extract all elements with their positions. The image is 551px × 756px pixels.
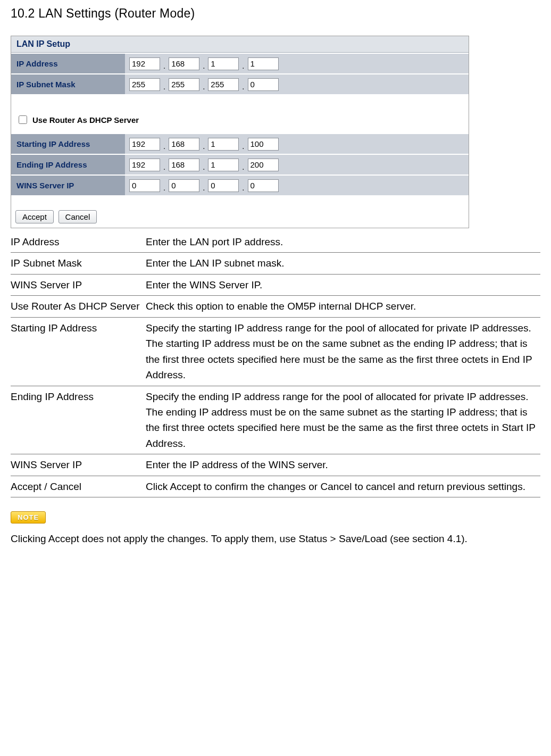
desc-text: Specify the ending IP address range for … <box>146 386 540 454</box>
label-subnet-mask: IP Subnet Mask <box>11 74 125 94</box>
dot-icon: . <box>163 142 165 151</box>
subnet-mask-octet-1[interactable] <box>129 78 160 91</box>
description-table: IP Address Enter the LAN port IP address… <box>11 231 540 497</box>
dot-icon: . <box>163 162 165 171</box>
dot-icon: . <box>242 142 244 151</box>
dot-icon: . <box>163 183 165 192</box>
desc-text: Check this option to enable the OM5P int… <box>146 296 540 317</box>
note-badge: NOTE <box>11 511 46 524</box>
fields-ip-address: . . . <box>125 54 469 73</box>
dot-icon: . <box>242 183 244 192</box>
wins-ip-octet-1[interactable] <box>129 179 160 192</box>
cancel-button[interactable]: Cancel <box>59 210 97 223</box>
table-row: Starting IP Address Specify the starting… <box>11 317 540 386</box>
dot-icon: . <box>163 61 165 70</box>
desc-text: Enter the IP address of the WINS server. <box>146 454 540 476</box>
row-starting-ip: Starting IP Address . . . <box>11 133 469 154</box>
desc-term: WINS Server IP <box>11 274 146 295</box>
dot-icon: . <box>242 162 244 171</box>
ip-address-octet-4[interactable] <box>248 57 279 70</box>
dot-icon: . <box>242 61 244 70</box>
ip-address-octet-1[interactable] <box>129 57 160 70</box>
table-row: IP Address Enter the LAN port IP address… <box>11 231 540 253</box>
label-ending-ip: Ending IP Address <box>11 155 125 175</box>
row-ending-ip: Ending IP Address . . . <box>11 154 469 175</box>
label-starting-ip: Starting IP Address <box>11 134 125 154</box>
ending-ip-octet-2[interactable] <box>169 159 199 171</box>
ending-ip-octet-4[interactable] <box>248 159 279 171</box>
fields-subnet-mask: . . . <box>125 74 469 94</box>
desc-text: Specify the starting IP address range fo… <box>146 317 540 386</box>
desc-text: Enter the WINS Server IP. <box>146 274 540 295</box>
fields-wins-ip: . . . <box>125 176 469 195</box>
table-row: Use Router As DHCP Server Check this opt… <box>11 296 540 317</box>
desc-term: Starting IP Address <box>11 317 146 386</box>
section-header-lan-ip: LAN IP Setup <box>11 36 469 53</box>
desc-term: WINS Server IP <box>11 454 146 476</box>
starting-ip-octet-4[interactable] <box>248 138 279 151</box>
desc-text: Enter the LAN port IP address. <box>146 231 540 253</box>
subnet-mask-octet-4[interactable] <box>248 78 279 91</box>
dot-icon: . <box>203 162 205 171</box>
fields-ending-ip: . . . <box>125 155 469 175</box>
ending-ip-octet-1[interactable] <box>129 159 160 171</box>
subnet-mask-octet-3[interactable] <box>208 78 239 91</box>
dot-icon: . <box>203 142 205 151</box>
desc-term: Accept / Cancel <box>11 476 146 497</box>
label-ip-address: IP Address <box>11 54 125 73</box>
desc-text: Enter the LAN IP subnet mask. <box>146 253 540 274</box>
desc-text: Click Accept to confirm the changes or C… <box>146 476 540 497</box>
desc-term: IP Subnet Mask <box>11 253 146 274</box>
fields-starting-ip: . . . <box>125 134 469 154</box>
starting-ip-octet-3[interactable] <box>208 138 239 151</box>
button-row: Accept Cancel <box>11 195 469 228</box>
dhcp-block: Use Router As DHCP Server <box>11 94 469 133</box>
dot-icon: . <box>203 183 205 192</box>
table-row: Ending IP Address Specify the ending IP … <box>11 386 540 454</box>
row-ip-address: IP Address . . . <box>11 53 469 73</box>
starting-ip-octet-1[interactable] <box>129 138 160 151</box>
starting-ip-octet-2[interactable] <box>169 138 199 151</box>
wендь-ip-octet-2[interactable] <box>169 179 199 192</box>
row-subnet-mask: IP Subnet Mask . . . <box>11 73 469 94</box>
dot-icon: . <box>242 82 244 91</box>
label-wins-ip: WINS Server IP <box>11 176 125 195</box>
use-router-dhcp-checkbox[interactable] <box>19 115 27 124</box>
ip-address-octet-2[interactable] <box>169 57 199 70</box>
dot-icon: . <box>203 61 205 70</box>
table-row: IP Subnet Mask Enter the LAN IP subnet m… <box>11 253 540 274</box>
table-row: WINS Server IP Enter the IP address of t… <box>11 454 540 476</box>
wins-ip-octet-4[interactable] <box>248 179 279 192</box>
page-title: 10.2 LAN Settings (Router Mode) <box>11 6 540 21</box>
accept-button[interactable]: Accept <box>15 210 54 223</box>
use-router-dhcp-label: Use Router As DHCP Server <box>32 115 139 124</box>
wins-ip-octet-3[interactable] <box>208 179 239 192</box>
lan-ip-panel: LAN IP Setup IP Address . . . IP Subnet … <box>11 36 469 228</box>
subnet-mask-octet-2[interactable] <box>169 78 199 91</box>
table-row: Accept / Cancel Click Accept to confirm … <box>11 476 540 497</box>
ending-ip-octet-3[interactable] <box>208 159 239 171</box>
dot-icon: . <box>203 82 205 91</box>
ip-address-octet-3[interactable] <box>208 57 239 70</box>
desc-term: Ending IP Address <box>11 386 146 454</box>
note-text: Clicking Accept does not apply the chang… <box>11 531 540 546</box>
desc-term: Use Router As DHCP Server <box>11 296 146 317</box>
table-row: WINS Server IP Enter the WINS Server IP. <box>11 274 540 295</box>
row-wins-ip: WINS Server IP . . . <box>11 175 469 195</box>
dot-icon: . <box>163 82 165 91</box>
desc-term: IP Address <box>11 231 146 253</box>
